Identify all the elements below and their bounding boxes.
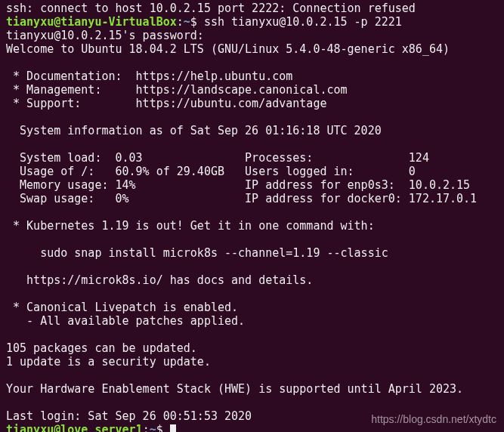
last-login-line: Last login: Sat Sep 26 00:51:53 2020 bbox=[6, 409, 252, 423]
updates-line-1: 105 packages can be updated. bbox=[6, 341, 197, 355]
livepatch-line-2: - All available patches applied. bbox=[6, 314, 245, 328]
prompt-user-host-1: tianyxu@tianyu-VirtualBox bbox=[6, 15, 177, 29]
livepatch-line-1: * Canonical Livepatch is enabled. bbox=[6, 301, 238, 314]
watermark: https://blog.csdn.net/xtydtc bbox=[371, 412, 496, 426]
system-load-line: System load: 0.03 Processes: 124 bbox=[6, 151, 429, 165]
management-line: * Management: https://landscape.canonica… bbox=[6, 83, 348, 97]
k8s-docs-line: https://microk8s.io/ has docs and detail… bbox=[6, 273, 313, 287]
cursor[interactable] bbox=[170, 424, 176, 432]
disk-usage-line: Usage of /: 60.9% of 29.40GB Users logge… bbox=[6, 165, 416, 178]
updates-line-2: 1 update is a security update. bbox=[6, 355, 211, 369]
error-line: ssh: connect to host 10.0.2.15 port 2222… bbox=[6, 2, 416, 15]
prompt-user-host-2: tianyxu@love_server1 bbox=[6, 423, 143, 432]
password-prompt: tianyxu@10.0.2.15's password: bbox=[6, 29, 211, 42]
swap-usage-line: Swap usage: 0% IP address for docker0: 1… bbox=[6, 192, 477, 205]
prompt-colon-1: : bbox=[177, 15, 184, 29]
system-info-header: System information as of Sat Sep 26 01:1… bbox=[6, 124, 382, 137]
prompt-path-2: ~ bbox=[150, 423, 156, 432]
support-line: * Support: https://ubuntu.com/advantage bbox=[6, 97, 326, 110]
ssh-command: $ ssh tianyxu@10.0.2.15 -p 2221 bbox=[190, 15, 402, 29]
terminal-window[interactable]: ssh: connect to host 10.0.2.15 port 2222… bbox=[0, 0, 504, 432]
memory-usage-line: Memory usage: 14% IP address for enp0s3:… bbox=[6, 178, 470, 192]
k8s-announce-line: * Kubernetes 1.19 is out! Get it in one … bbox=[6, 219, 375, 233]
prompt-colon-2: : bbox=[143, 423, 150, 432]
documentation-line: * Documentation: https://help.ubuntu.com bbox=[6, 69, 292, 83]
welcome-line: Welcome to Ubuntu 18.04.2 LTS (GNU/Linux… bbox=[6, 42, 450, 56]
hwe-line: Your Hardware Enablement Stack (HWE) is … bbox=[6, 382, 463, 396]
prompt-path-1: ~ bbox=[184, 15, 190, 29]
prompt-dollar-2: $ bbox=[156, 423, 170, 432]
k8s-install-cmd: sudo snap install microk8s --channel=1.1… bbox=[6, 246, 388, 260]
